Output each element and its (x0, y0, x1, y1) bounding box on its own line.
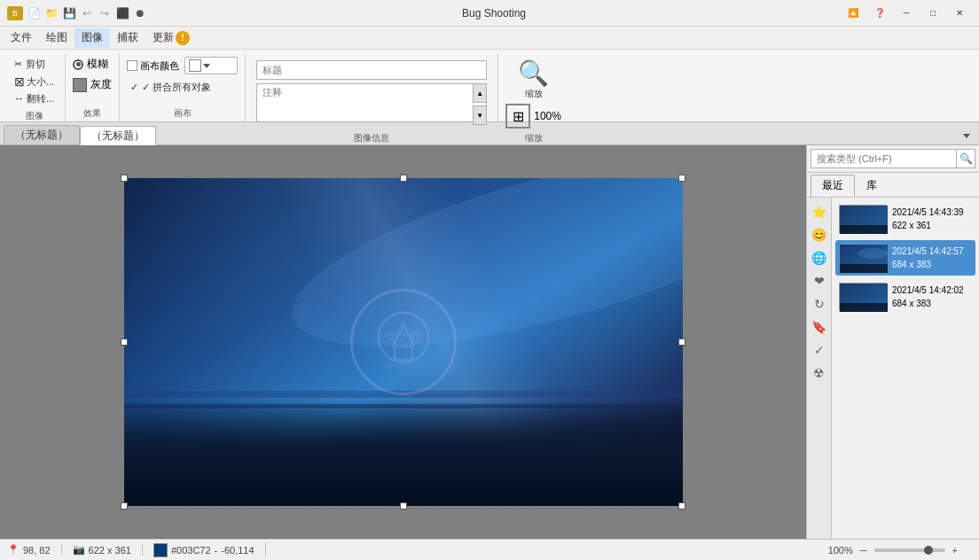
sidebar-search-input[interactable] (811, 149, 957, 168)
zoom-btn[interactable]: 🔍 缩放 (513, 57, 554, 102)
svg-rect-16 (840, 303, 888, 312)
status-coords: 98, 82 (23, 545, 51, 556)
sidebar-search-btn[interactable]: 🔍 (956, 149, 975, 168)
tab-inactive[interactable]: （无标题） (4, 125, 80, 144)
menu-image[interactable]: 图像 (74, 28, 110, 48)
thumbnail-date-2: 2021/4/5 14:42:02 (892, 284, 964, 297)
save-btn[interactable]: 💾 (62, 6, 76, 20)
radiation-icon-btn[interactable]: ☢ (809, 362, 830, 384)
zoom-icon: 🔍 (518, 58, 549, 88)
new-file-btn[interactable]: 📄 (27, 6, 41, 20)
status-zoom-section: 100% ─ + (828, 545, 972, 556)
notes-textarea[interactable] (256, 83, 487, 122)
tab-active[interactable]: （无标题） (80, 126, 156, 145)
maximize-btn[interactable]: □ (920, 4, 945, 23)
canvas-area[interactable]: anxz.com 安下载 (0, 145, 806, 539)
title-input[interactable] (256, 60, 487, 80)
status-color-section: #003C72 - -60,114 (153, 543, 266, 557)
undo-title-btn[interactable]: ↩ (80, 6, 94, 20)
flip-btn[interactable]: ↔ 翻转... (11, 91, 58, 106)
scroll-arrows: ▲ ▼ (473, 83, 487, 125)
zoom-minus-btn[interactable]: ─ (857, 545, 871, 556)
handle-tc[interactable] (400, 175, 407, 182)
handle-tr[interactable] (678, 175, 685, 182)
emoji-icon-btn[interactable]: 😊 (809, 224, 830, 245)
heart-icon-btn[interactable]: ❤ (809, 270, 830, 292)
ribbon-group-image: ✂ 剪切 ⊠ 大小... ↔ 翻转... 图像 (4, 53, 66, 121)
menu-bar: 文件 绘图 图像 捕获 更新 ! (0, 27, 979, 50)
help-btn[interactable]: ❓ (867, 4, 892, 23)
ribbon-zoom-label: 缩放 (525, 132, 543, 146)
title-bar-left: B 📄 📁 💾 ↩ ↪ ⬛ ⏺ (7, 6, 147, 20)
open-file-btn[interactable]: 📁 (44, 6, 59, 20)
cut-icon: ✂ (14, 58, 22, 70)
svg-rect-13 (840, 264, 888, 273)
tab-dropdown-arrow (963, 134, 970, 138)
thumbnail-size-0: 622 x 361 (892, 219, 964, 232)
menu-update[interactable]: 更新 ! (145, 28, 197, 48)
refresh-icon-btn[interactable]: ↻ (809, 293, 830, 315)
app-icon: B (7, 6, 23, 20)
handle-tl[interactable] (121, 175, 128, 182)
ribbon-effects-label: 效果 (83, 107, 101, 121)
sidebar-tab-recent[interactable]: 最近 (811, 175, 855, 197)
ribbon-canvas-label: 画布 (174, 107, 192, 121)
blur-label: 模糊 (87, 57, 108, 72)
minimize-btn[interactable]: ─ (894, 4, 919, 23)
sidebar-icons-col: ⭐ 😊 🌐 ❤ ↻ 🔖 ✓ ☢ (807, 198, 832, 539)
blur-row: 模糊 (73, 57, 112, 72)
zoom-grid-icon: ⊞ (513, 108, 524, 125)
svg-rect-2 (124, 400, 683, 506)
thumbnail-item-2[interactable]: 2021/4/5 14:42:02 684 x 383 (835, 279, 975, 315)
handle-ml[interactable] (121, 338, 128, 346)
bookmark-icon-btn[interactable]: 🔖 (809, 316, 830, 338)
canvas-color-dropdown[interactable] (184, 57, 238, 74)
gray-row: 灰度 (73, 77, 112, 92)
canvas-image: anxz.com 安下载 (124, 178, 683, 506)
star-icon-btn[interactable]: ⭐ (809, 201, 830, 222)
canvas-wrapper: anxz.com 安下载 (111, 178, 696, 506)
combine-btn[interactable]: ✓ ✓ 拼合所有对象 (127, 80, 215, 95)
handle-mr[interactable] (678, 338, 685, 346)
sidebar-search-row: 🔍 (807, 145, 979, 173)
handle-bc[interactable] (400, 502, 407, 509)
ribbon-group-canvas: 画布颜色 ✓ ✓ 拼合所有对象 画布 (120, 53, 246, 121)
menu-file[interactable]: 文件 (4, 28, 39, 48)
status-dims: 622 x 361 (89, 545, 131, 556)
zoom-plus-btn[interactable]: + (949, 545, 961, 556)
svg-rect-11 (840, 225, 888, 234)
sidebar-tab-library[interactable]: 库 (855, 175, 889, 197)
handle-bl[interactable] (121, 502, 128, 509)
scroll-down-arrow[interactable]: ▼ (473, 105, 487, 125)
cut-btn[interactable]: ✂ 剪切 (11, 57, 58, 72)
ribbon-canvas-items: 画布颜色 ✓ ✓ 拼合所有对象 (127, 53, 238, 107)
zoom-slider[interactable] (874, 548, 945, 552)
size-btn[interactable]: ⊠ 大小... (11, 74, 58, 89)
thumbnail-item-0[interactable]: 2021/4/5 14:43:39 622 x 361 (835, 201, 975, 237)
menu-draw[interactable]: 绘图 (39, 28, 74, 48)
record-title-btn[interactable]: ⏺ (133, 6, 147, 20)
blur-radio[interactable] (73, 59, 83, 70)
thumbnail-date-0: 2021/4/5 14:43:39 (892, 206, 964, 219)
scroll-up-arrow[interactable]: ▲ (473, 83, 487, 103)
tab-dropdown-btn[interactable] (958, 127, 975, 144)
dims-icon: 📷 (73, 544, 85, 556)
check-icon-btn[interactable]: ✓ (809, 339, 830, 361)
canvas-color-checkbox[interactable] (127, 60, 137, 71)
thumbnails-list: 2021/4/5 14:43:39 622 x 361 (832, 198, 979, 539)
earth-icon-btn[interactable]: 🌐 (809, 247, 830, 268)
help-up-btn[interactable]: 🔼 (841, 4, 865, 23)
close-btn[interactable]: ✕ (947, 4, 972, 23)
redo-title-btn[interactable]: ↪ (98, 6, 112, 20)
capture-title-btn[interactable]: ⬛ (115, 6, 129, 20)
menu-capture[interactable]: 捕获 (110, 28, 145, 48)
thumbnail-item-1[interactable]: 2021/4/5 14:42:57 684 x 383 (835, 240, 975, 276)
title-bar: B 📄 📁 💾 ↩ ↪ ⬛ ⏺ Bug Shooting 🔼 ❓ ─ □ ✕ (0, 0, 979, 27)
svg-rect-4 (124, 404, 683, 408)
status-color-values: -60,114 (221, 545, 254, 556)
sidebar-tabs: 最近 库 (807, 173, 979, 198)
zoom-grid-btn[interactable]: ⊞ (505, 104, 530, 128)
canvas-color-row: 画布颜色 (127, 57, 238, 74)
ribbon-image-label: 图像 (26, 110, 43, 124)
handle-br[interactable] (678, 502, 685, 509)
